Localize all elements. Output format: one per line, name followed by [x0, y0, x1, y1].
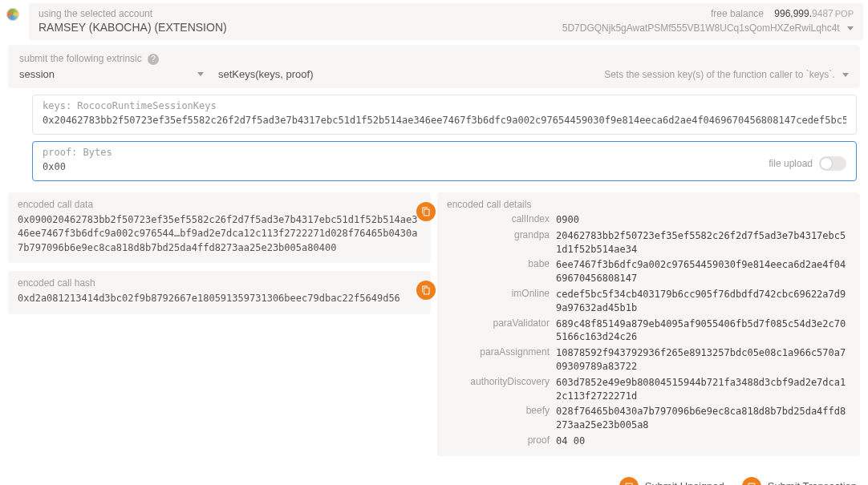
- encoded-call-details-label: encoded call details: [447, 199, 850, 210]
- detail-key: paraAssignment: [447, 346, 550, 374]
- proof-value: 0x00: [43, 161, 846, 172]
- keys-value: 0x20462783bb2f50723ef35ef5582c26f2d7f5ad…: [43, 115, 846, 126]
- copy-icon: [421, 207, 431, 216]
- copy-icon: [421, 285, 431, 295]
- detail-value: 20462783bb2f50723ef35ef5582c26f2d7f5ad3e…: [556, 229, 850, 257]
- proof-label: proof: Bytes: [43, 147, 846, 158]
- module-select[interactable]: session: [19, 68, 204, 80]
- encoded-call-details-box: encoded call details callIndex0900grandp…: [437, 192, 860, 456]
- detail-value: 689c48f85149a879eb4095af9055406fb5d7f085…: [556, 317, 850, 345]
- detail-key: beefy: [447, 405, 550, 432]
- detail-value: 10878592f943792936f265e8913257bdc05e08c1…: [556, 346, 850, 374]
- encoded-call-hash-label: encoded call hash: [18, 277, 421, 289]
- extrinsic-selector: submit the following extrinsic ? session…: [8, 45, 860, 88]
- detail-key: babe: [447, 258, 550, 285]
- proof-input[interactable]: proof: Bytes 0x00 file upload: [32, 141, 857, 181]
- sign-in-icon: [624, 482, 634, 485]
- method-desc: Sets the session key(s) of the function …: [604, 69, 834, 80]
- submit-transaction-button[interactable]: Submit Transaction: [742, 477, 857, 485]
- detail-value: cedef5bc5f34cb403179b6cc905f76dbdfd742cb…: [556, 288, 850, 315]
- submit-label: submit the following extrinsic: [19, 53, 142, 64]
- encoded-call-hash-box: encoded call hash 0xd2a081213414d3bc02f9…: [8, 271, 431, 313]
- chevron-down-icon: [197, 72, 204, 76]
- copy-call-data-button[interactable]: [416, 202, 436, 221]
- chevron-down-icon: [842, 73, 849, 77]
- account-using-label: using the selected account: [39, 8, 227, 19]
- balance-label: free balance: [711, 8, 764, 19]
- detail-key: callIndex: [447, 213, 550, 227]
- detail-key: proof: [447, 434, 550, 448]
- detail-key: grandpa: [447, 229, 550, 257]
- account-name: RAMSEY (KABOCHA) (EXTENSION): [39, 21, 227, 34]
- file-upload-label: file upload: [769, 158, 813, 169]
- account-address: 5D7DGQNjk5gAwatPSMf555VB1W8UCq1sQomHXZeR…: [562, 22, 840, 34]
- account-identicon: [5, 6, 21, 22]
- submit-unsigned-button[interactable]: Submit Unsigned: [619, 477, 724, 485]
- encoded-call-data-value: 0x090020462783bb2f50723ef35ef5582c26f2d7…: [18, 213, 421, 255]
- detail-value: 603d7852e49e9b80804515944b721fa3488d3cbf…: [556, 376, 850, 403]
- balance-value: 996,999.9487POP: [774, 8, 854, 19]
- detail-key: imOnline: [447, 288, 550, 315]
- detail-value: 04 00: [556, 434, 850, 448]
- copy-call-hash-button[interactable]: [416, 281, 436, 300]
- detail-key: paraValidator: [447, 317, 550, 345]
- account-selector[interactable]: using the selected account RAMSEY (KABOC…: [29, 3, 863, 40]
- detail-value: 028f76465b0430a7b797096b6e9ec8ca818d8b7b…: [556, 405, 850, 432]
- chevron-down-icon: [847, 26, 854, 30]
- detail-value: 0900: [556, 213, 850, 227]
- detail-value: 6ee7467f3b6dfc9a002c97654459030f9e814eec…: [556, 258, 850, 285]
- detail-key: authorityDiscovery: [447, 376, 550, 403]
- help-icon[interactable]: ?: [148, 54, 159, 65]
- encoded-call-data-label: encoded call data: [18, 199, 421, 210]
- file-upload-toggle[interactable]: [819, 156, 846, 171]
- keys-input[interactable]: keys: RococoRuntimeSessionKeys 0x2046278…: [32, 95, 857, 135]
- sign-in-icon: [747, 482, 756, 485]
- encoded-call-hash-value: 0xd2a081213414d3bc02f9b8792667e180591359…: [18, 292, 421, 305]
- keys-label: keys: RococoRuntimeSessionKeys: [43, 100, 846, 111]
- encoded-call-data-box: encoded call data 0x090020462783bb2f5072…: [8, 192, 431, 263]
- method-select[interactable]: setKeys(keys, proof): [218, 68, 590, 80]
